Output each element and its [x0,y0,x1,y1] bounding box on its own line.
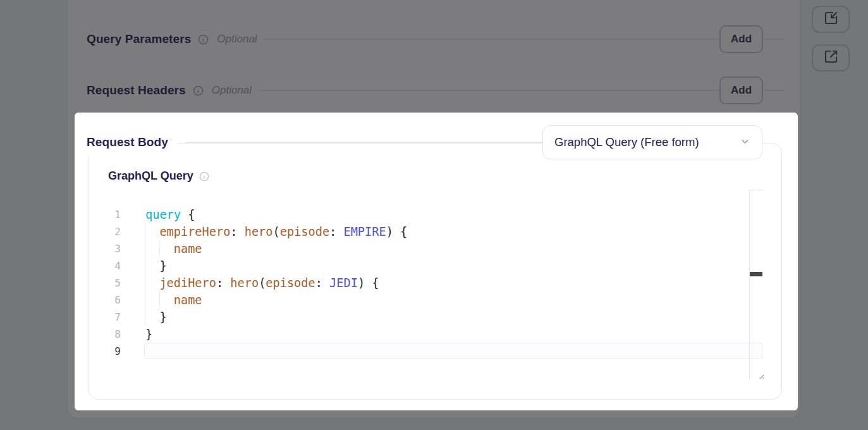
code-token: } [145,310,167,324]
editor-gutter: 123456789 [98,206,121,360]
code-token: } [145,328,152,341]
line-number: 1 [98,206,121,223]
line-number: 4 [98,257,121,274]
line-number: 8 [98,326,121,343]
line-number: 2 [98,223,121,240]
request-headers-section: Request Headers Optional Add [87,77,785,104]
line-number: 6 [98,292,121,309]
code-token: empireHero [159,225,230,238]
code-token [145,293,174,307]
scrollbar-track [749,190,750,379]
add-request-header-button[interactable]: Add [719,77,763,104]
code-token: : [315,276,329,290]
optional-badge: Optional [212,84,252,97]
code-line[interactable]: jediHero: hero(episode: JEDI) { [145,274,407,292]
code-token: JEDI [329,276,358,290]
line-number: 7 [98,309,121,326]
request-headers-title: Request Headers [87,83,186,97]
code-line[interactable]: empireHero: hero(episode: EMPIRE) { [145,223,407,240]
body-type-select[interactable]: GraphQL Query (Free form) [542,125,762,159]
edit-in-window-button[interactable] [812,6,850,33]
query-parameters-title: Query Parameters [87,32,191,46]
code-token: hero [245,225,273,238]
code-token [145,242,174,255]
scrollbar-thumb[interactable] [750,272,762,276]
code-token: ) { [358,276,379,290]
arrow-into-box-icon [824,11,838,28]
code-line[interactable]: name [145,240,407,257]
info-icon[interactable] [199,171,209,181]
info-icon[interactable] [193,85,204,96]
code-line[interactable]: } [145,309,407,326]
code-token: jediHero [159,276,216,290]
code-line[interactable]: } [145,257,407,274]
add-query-parameter-button[interactable]: Add [719,25,763,53]
graphql-query-label: GraphQL Query [108,169,193,183]
code-token: name [174,293,202,307]
section-divider [264,39,785,40]
external-link-icon [824,49,838,66]
page-background: { "toolbar": { "buttons": [ {"name": "ar… [0,0,868,430]
code-line[interactable]: name [145,292,407,309]
code-token: ( [259,276,266,290]
code-token [145,276,159,290]
code-line[interactable]: } [145,326,407,343]
code-token: ( [273,225,280,238]
section-divider [185,142,542,143]
section-divider [259,90,785,91]
code-token: : [329,225,343,238]
request-body-section: Request Body [87,128,542,156]
code-token [145,225,159,238]
code-token: : [230,225,244,238]
code-line[interactable]: query { [145,206,407,223]
chevron-down-icon [740,136,750,149]
scrollbar-track-cap [749,190,763,190]
code-token: episode [280,225,329,238]
line-number: 5 [98,274,121,292]
editor-code: query { empireHero: hero(episode: EMPIRE… [145,206,407,360]
code-token: hero [230,276,259,290]
body-type-select-value: GraphQL Query (Free form) [554,135,740,149]
code-token: episode [266,276,315,290]
code-token: ) { [386,225,408,238]
optional-badge: Optional [217,33,257,46]
code-token: : [216,276,230,290]
graphql-query-label-row: GraphQL Query [108,169,209,183]
code-line[interactable] [145,343,407,360]
open-external-button[interactable] [812,44,850,71]
info-icon[interactable] [198,34,209,45]
code-token: EMPIRE [343,225,386,238]
query-parameters-section: Query Parameters Optional Add [87,25,785,53]
code-token: } [145,259,167,273]
graphql-code-editor[interactable]: 123456789 query { empireHero: hero(episo… [95,206,765,379]
code-token: { [181,208,195,221]
code-token: query [145,208,181,221]
line-number: 9 [98,343,121,360]
resize-handle-icon[interactable] [755,370,765,380]
line-number: 3 [98,240,121,257]
code-token: name [174,242,202,255]
request-body-title: Request Body [87,135,168,149]
